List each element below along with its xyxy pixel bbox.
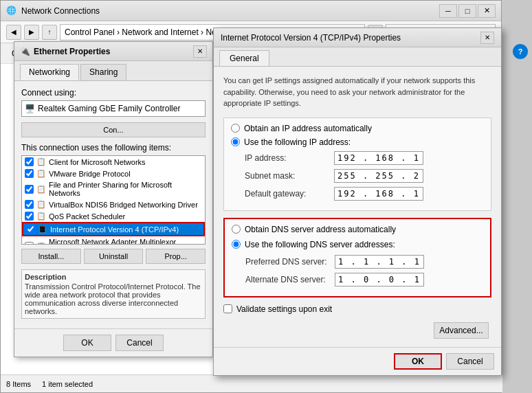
list-item-selected[interactable]: 📋Internet Protocol Version 4 (TCP/IPv4): [22, 222, 205, 236]
ipv4-dialog-title: Internet Protocol Version 4 (TCP/IPv4) P…: [221, 33, 480, 43]
eth-ok-cancel: OK Cancel: [14, 328, 212, 357]
maximize-button[interactable]: □: [458, 4, 476, 18]
back-button[interactable]: ◀: [6, 25, 21, 40]
preferred-dns-input[interactable]: [335, 255, 424, 269]
advanced-button[interactable]: Advanced...: [434, 322, 489, 339]
properties-button[interactable]: Prop...: [146, 249, 206, 264]
adapter-icon: 🖥️: [25, 104, 35, 113]
list-item[interactable]: 📋QoS Packet Scheduler: [22, 210, 205, 222]
dns-section: Obtain DNS server address automatically …: [223, 218, 491, 297]
item-label-4: QoS Packet Scheduler: [49, 212, 125, 221]
gateway-field-row: Default gateway:: [231, 187, 484, 201]
dns-use-following-label: Use the following DNS server addresses:: [245, 240, 395, 249]
alternate-dns-row: Alternate DNS server:: [232, 273, 483, 287]
item-label-0: Client for Microsoft Networks: [49, 158, 146, 166]
ethernet-properties-dialog: 🔌 Ethernet Properties ✕ Networking Shari…: [14, 41, 213, 357]
install-button[interactable]: Install...: [21, 249, 81, 264]
preferred-dns-label: Preferred DNS server:: [245, 257, 335, 267]
gateway-input[interactable]: [334, 187, 423, 201]
item-label-5: Internet Protocol Version 4 (TCP/IPv4): [50, 225, 179, 234]
close-button[interactable]: ✕: [478, 4, 496, 18]
tab-networking[interactable]: Networking: [20, 64, 79, 80]
item-icon-6: 📋: [36, 242, 46, 245]
list-item[interactable]: 📋File and Printer Sharing for Microsoft …: [22, 179, 205, 199]
eth-ok-button[interactable]: OK: [63, 335, 111, 351]
dns-use-following-row: Use the following DNS server addresses:: [232, 240, 483, 249]
items-count: 8 Items: [6, 380, 31, 388]
eth-close-button[interactable]: ✕: [193, 45, 207, 58]
alternate-dns-input[interactable]: [335, 273, 424, 287]
eth-dialog-title: Ethernet Properties: [34, 47, 193, 56]
description-label: Description: [25, 273, 202, 281]
dns-obtain-auto-label: Obtain DNS server address automatically: [245, 225, 396, 234]
use-following-label: Use the following IP address:: [244, 137, 351, 147]
up-button[interactable]: ↑: [42, 25, 57, 40]
connect-using-label: Connect using:: [21, 88, 206, 98]
tab-general[interactable]: General: [219, 50, 269, 66]
ipv4-ok-button[interactable]: OK: [394, 353, 442, 370]
item-checkbox-1[interactable]: [25, 169, 34, 178]
forward-button[interactable]: ▶: [24, 25, 39, 40]
dns-use-following-radio[interactable]: [232, 240, 241, 249]
item-checkbox-6[interactable]: [25, 242, 34, 245]
item-label-6: Microsoft Network Adapter Multiplexor Pr…: [49, 238, 202, 245]
adapter-name: Realtek Gaming GbE Family Controller: [38, 104, 180, 113]
subnet-field-row: Subnet mask:: [231, 169, 484, 183]
list-item[interactable]: 📋Client for Microsoft Networks: [22, 156, 205, 168]
minimize-button[interactable]: ─: [439, 4, 457, 18]
item-label-3: VirtualBox NDIS6 Bridged Networking Driv…: [49, 201, 198, 209]
item-icon-5: 📋: [38, 225, 47, 234]
item-checkbox-0[interactable]: [25, 157, 34, 166]
list-item[interactable]: 📋VMware Bridge Protocol: [22, 168, 205, 179]
validate-checkbox[interactable]: [223, 304, 232, 313]
ipv4-ok-cancel: OK Cancel: [214, 347, 501, 375]
alternate-dns-label: Alternate DNS server:: [245, 275, 335, 284]
item-icon-3: 📋: [36, 200, 46, 209]
uninstall-button[interactable]: Uninstall: [84, 249, 144, 264]
tab-sharing[interactable]: Sharing: [80, 64, 126, 80]
ip-address-input[interactable]: [334, 151, 423, 165]
ipv4-cancel-button[interactable]: Cancel: [446, 353, 494, 370]
item-label-1: VMware Bridge Protocol: [49, 170, 131, 178]
obtain-auto-label: Obtain an IP address automatically: [244, 124, 372, 133]
item-icon-4: 📋: [36, 212, 46, 221]
adapter-row: 🖥️ Realtek Gaming GbE Family Controller: [21, 100, 206, 117]
ipv4-body: You can get IP settings assigned automat…: [214, 67, 501, 347]
item-checkbox-5[interactable]: [26, 225, 35, 234]
eth-cancel-button[interactable]: Cancel: [115, 335, 164, 351]
validate-label: Validate settings upon exit: [236, 304, 332, 314]
item-checkbox-4[interactable]: [25, 212, 34, 221]
item-label-2: File and Printer Sharing for Microsoft N…: [49, 181, 202, 197]
nc-titlebar: 🌐 Network Connections ─ □ ✕: [1, 1, 501, 21]
ip-label: IP address:: [245, 153, 334, 163]
subnet-mask-input[interactable]: [334, 169, 423, 183]
eth-titlebar: 🔌 Ethernet Properties ✕: [14, 42, 212, 61]
preferred-dns-row: Preferred DNS server:: [232, 255, 483, 269]
use-following-radio[interactable]: [231, 137, 240, 146]
eth-action-buttons: Install... Uninstall Prop...: [21, 249, 206, 264]
dns-obtain-auto-row: Obtain DNS server address automatically: [232, 225, 483, 234]
subnet-label: Subnet mask:: [245, 171, 334, 181]
ipv4-titlebar: Internet Protocol Version 4 (TCP/IPv4) P…: [214, 28, 501, 47]
item-icon-2: 📋: [36, 185, 46, 194]
help-button[interactable]: ?: [513, 44, 528, 59]
list-item[interactable]: 📋Microsoft Network Adapter Multiplexor P…: [22, 236, 205, 245]
items-label: This connection uses the following items…: [21, 143, 206, 153]
validate-row: Validate settings upon exit: [223, 304, 491, 314]
use-following-row: Use the following IP address:: [231, 137, 484, 147]
eth-dialog-icon: 🔌: [20, 47, 30, 56]
dns-obtain-auto-radio[interactable]: [232, 225, 241, 234]
ipv4-close-button[interactable]: ✕: [480, 32, 494, 44]
obtain-auto-radio[interactable]: [231, 124, 240, 133]
description-box: Description Transmission Control Protoco…: [21, 269, 206, 319]
configure-button[interactable]: Con...: [21, 122, 206, 137]
list-item[interactable]: 📋VirtualBox NDIS6 Bridged Networking Dri…: [22, 199, 205, 210]
item-checkbox-3[interactable]: [25, 200, 34, 209]
item-icon-1: 📋: [36, 169, 46, 178]
obtain-auto-row: Obtain an IP address automatically: [231, 124, 484, 133]
ip-field-row: IP address:: [231, 151, 484, 165]
gateway-label: Default gateway:: [245, 189, 334, 199]
items-list: 📋Client for Microsoft Networks 📋VMware B…: [21, 155, 206, 245]
ipv4-tabs: General: [214, 47, 501, 67]
item-checkbox-2[interactable]: [25, 185, 34, 194]
